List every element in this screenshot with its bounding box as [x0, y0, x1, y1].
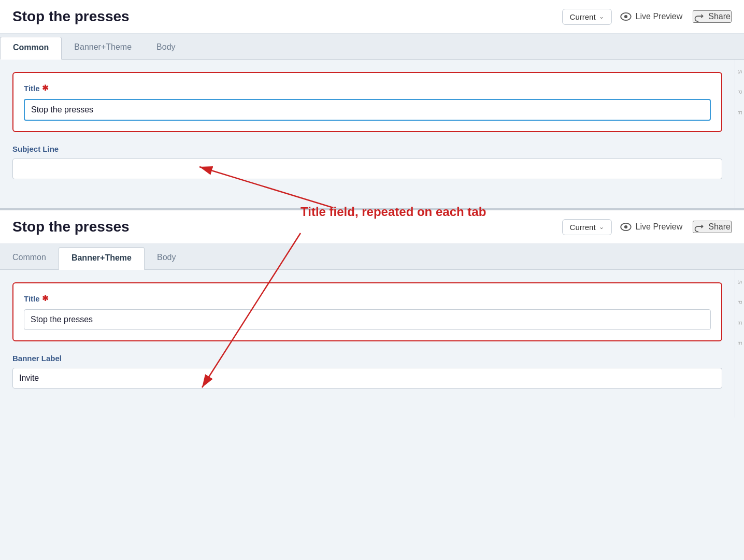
eye-icon-bottom [620, 223, 632, 231]
top-panel-header: Stop the presses Current ⌄ Live Preview [0, 0, 744, 34]
bottom-title-required: ✱ [42, 294, 49, 303]
live-preview-button-top[interactable]: Live Preview [620, 12, 683, 21]
top-title-input[interactable] [24, 99, 711, 121]
top-right-edge: S P E [735, 60, 744, 208]
bottom-title-label: Title ✱ [24, 294, 711, 303]
tab-common-bottom[interactable]: Common [0, 247, 59, 269]
svg-point-1 [624, 15, 627, 18]
tab-common-top[interactable]: Common [0, 37, 62, 60]
bottom-banner-section: Banner Label [12, 354, 722, 389]
svg-point-3 [624, 225, 627, 228]
top-title-required: ✱ [42, 83, 49, 93]
bottom-title-section: Title ✱ [12, 282, 722, 341]
right-edge-e1: E [736, 111, 743, 114]
version-dropdown-bottom[interactable]: Current ⌄ [562, 219, 612, 235]
live-preview-button-bottom[interactable]: Live Preview [620, 222, 683, 232]
right-edge-e3: E [736, 341, 743, 345]
bottom-panel-content: Title ✱ Banner Label [0, 270, 735, 418]
version-label-bottom: Current [570, 223, 596, 232]
tab-banner-theme-bottom[interactable]: Banner+Theme [59, 247, 145, 270]
top-panel-title: Stop the presses [12, 8, 554, 25]
live-preview-label-bottom: Live Preview [636, 222, 683, 232]
bottom-panel-header: Stop the presses Current ⌄ Live Preview [0, 210, 744, 244]
header-right-top: Live Preview Share [620, 10, 732, 23]
right-edge-e2: E [736, 321, 743, 325]
top-subject-label: Subject Line [12, 145, 722, 153]
share-label-top: Share [708, 12, 731, 21]
tab-body-top[interactable]: Body [144, 36, 188, 59]
tab-banner-theme-top[interactable]: Banner+Theme [62, 36, 144, 59]
bottom-panel-body: Title ✱ Banner Label S P E E [0, 270, 744, 418]
top-title-label: Title ✱ [24, 83, 711, 93]
chevron-down-icon-top: ⌄ [599, 13, 604, 20]
bottom-right-edge: S P E E [735, 270, 744, 418]
bottom-title-input[interactable] [24, 309, 711, 330]
bottom-panel-title: Stop the presses [12, 219, 554, 235]
right-edge-s2: S [736, 280, 743, 284]
version-label-top: Current [570, 12, 596, 21]
chevron-down-icon-bottom: ⌄ [599, 223, 604, 231]
tabs-bar-bottom: Common Banner+Theme Body [0, 244, 744, 270]
share-label-bottom: Share [708, 222, 731, 232]
share-icon-top [694, 11, 704, 22]
share-button-bottom[interactable]: Share [693, 221, 732, 233]
tabs-bar-top: Common Banner+Theme Body [0, 34, 744, 60]
top-panel-content: Title ✱ Subject Line [0, 60, 735, 208]
right-edge-s: S [736, 70, 743, 74]
top-subject-section: Subject Line [12, 145, 722, 179]
right-edge-p: P [736, 90, 743, 94]
top-panel-body: Title ✱ Subject Line S P E [0, 60, 744, 208]
bottom-banner-label: Banner Label [12, 354, 722, 363]
bottom-banner-input[interactable] [12, 368, 722, 389]
share-icon-bottom [694, 222, 704, 232]
share-button-top[interactable]: Share [693, 10, 732, 23]
eye-icon-top [620, 12, 632, 21]
top-title-section: Title ✱ [12, 72, 722, 132]
live-preview-label-top: Live Preview [636, 12, 683, 21]
top-panel: Stop the presses Current ⌄ Live Preview [0, 0, 744, 210]
right-edge-p2: P [736, 300, 743, 304]
version-dropdown-top[interactable]: Current ⌄ [562, 9, 612, 25]
tab-body-bottom[interactable]: Body [145, 247, 188, 269]
main-wrapper: Stop the presses Current ⌄ Live Preview [0, 0, 744, 418]
header-right-bottom: Live Preview Share [620, 221, 732, 233]
bottom-panel: Stop the presses Current ⌄ Live Preview [0, 210, 744, 418]
top-subject-input[interactable] [12, 159, 722, 179]
